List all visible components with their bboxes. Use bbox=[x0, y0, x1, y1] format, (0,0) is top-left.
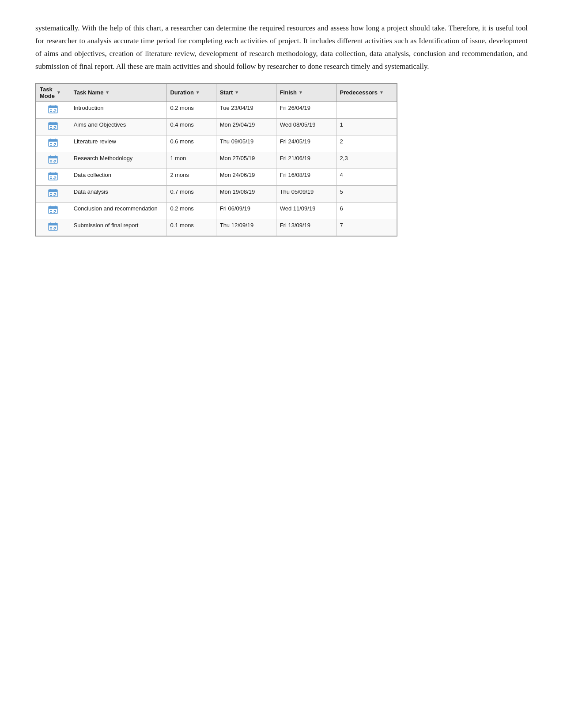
task-mode-icon bbox=[48, 172, 58, 181]
cell-duration: 0.6 mons bbox=[166, 135, 216, 152]
th-task-mode-sort-icon[interactable]: ▼ bbox=[57, 90, 61, 95]
cell-task-name: Submission of final report bbox=[70, 219, 166, 236]
th-predecessors[interactable]: Predecessors ▼ bbox=[336, 83, 397, 101]
cell-task-mode bbox=[36, 101, 70, 118]
svg-rect-36 bbox=[49, 190, 57, 192]
cell-task-mode bbox=[36, 219, 70, 236]
th-task-name-sort-icon[interactable]: ▼ bbox=[105, 90, 110, 95]
svg-rect-50 bbox=[49, 223, 57, 225]
svg-rect-8 bbox=[49, 123, 57, 125]
table-row: Data collection2 monsMon 24/06/19Fri 16/… bbox=[36, 169, 397, 185]
cell-finish: Fri 13/09/19 bbox=[276, 219, 336, 236]
cell-start: Thu 09/05/19 bbox=[216, 135, 276, 152]
svg-rect-32 bbox=[50, 176, 52, 177]
svg-rect-5 bbox=[50, 111, 52, 112]
cell-duration: 1 mon bbox=[166, 152, 216, 169]
svg-rect-54 bbox=[50, 229, 52, 229]
th-start[interactable]: Start ▼ bbox=[216, 83, 276, 101]
task-mode-icon bbox=[48, 222, 58, 232]
gantt-table: TaskMode ▼ Task Name ▼ Duration ▼ bbox=[36, 83, 397, 236]
th-task-name[interactable]: Task Name ▼ bbox=[70, 83, 166, 101]
table-row: Literature review0.6 monsThu 09/05/19Fri… bbox=[36, 135, 397, 152]
cell-task-name: Data analysis bbox=[70, 185, 166, 202]
cell-duration: 0.4 mons bbox=[166, 118, 216, 135]
th-duration-sort-icon[interactable]: ▼ bbox=[196, 90, 200, 95]
cell-task-mode bbox=[36, 152, 70, 169]
svg-rect-18 bbox=[50, 143, 52, 144]
svg-rect-39 bbox=[50, 193, 52, 194]
task-mode-icon bbox=[48, 121, 58, 131]
svg-rect-33 bbox=[50, 178, 52, 179]
th-finish-label: Finish bbox=[280, 89, 297, 96]
cell-task-name: Conclusion and recommendation bbox=[70, 202, 166, 219]
cell-finish: Wed 08/05/19 bbox=[276, 118, 336, 135]
th-task-mode[interactable]: TaskMode ▼ bbox=[36, 83, 70, 101]
th-duration-label: Duration bbox=[170, 89, 193, 96]
table-row: Submission of final report0.1 monsThu 12… bbox=[36, 219, 397, 236]
svg-rect-1 bbox=[49, 106, 57, 108]
cell-task-mode bbox=[36, 118, 70, 135]
cell-predecessors: 6 bbox=[336, 202, 397, 219]
cell-task-name: Introduction bbox=[70, 101, 166, 118]
cell-start: Mon 24/06/19 bbox=[216, 169, 276, 185]
cell-finish: Fri 26/04/19 bbox=[276, 101, 336, 118]
cell-duration: 0.1 mons bbox=[166, 219, 216, 236]
table-row: Aims and Objectives0.4 monsMon 29/04/19W… bbox=[36, 118, 397, 135]
cell-finish: Fri 21/06/19 bbox=[276, 152, 336, 169]
cell-task-name: Literature review bbox=[70, 135, 166, 152]
cell-finish: Thu 05/09/19 bbox=[276, 185, 336, 202]
th-finish-sort-icon[interactable]: ▼ bbox=[299, 90, 303, 95]
cell-predecessors: 5 bbox=[336, 185, 397, 202]
task-mode-icon bbox=[48, 105, 58, 114]
table-row: Data analysis0.7 monsMon 19/08/19Thu 05/… bbox=[36, 185, 397, 202]
cell-task-name: Aims and Objectives bbox=[70, 118, 166, 135]
cell-duration: 2 mons bbox=[166, 169, 216, 185]
svg-rect-15 bbox=[49, 139, 57, 142]
task-mode-icon bbox=[48, 205, 58, 215]
intro-paragraph: systematically. With the help of this ch… bbox=[35, 22, 528, 73]
th-start-label: Start bbox=[220, 89, 233, 96]
svg-rect-46 bbox=[50, 210, 52, 211]
th-duration[interactable]: Duration ▼ bbox=[166, 83, 216, 101]
cell-start: Thu 12/09/19 bbox=[216, 219, 276, 236]
cell-task-mode bbox=[36, 202, 70, 219]
svg-rect-25 bbox=[50, 160, 52, 161]
cell-task-mode bbox=[36, 169, 70, 185]
svg-rect-22 bbox=[49, 156, 57, 158]
cell-predecessors: 2 bbox=[336, 135, 397, 152]
svg-rect-11 bbox=[50, 126, 52, 127]
cell-start: Tue 23/04/19 bbox=[216, 101, 276, 118]
cell-duration: 0.7 mons bbox=[166, 185, 216, 202]
task-mode-icon bbox=[48, 138, 58, 148]
cell-duration: 0.2 mons bbox=[166, 101, 216, 118]
svg-rect-53 bbox=[50, 227, 52, 228]
cell-task-mode bbox=[36, 135, 70, 152]
cell-finish: Wed 11/09/19 bbox=[276, 202, 336, 219]
th-task-name-label: Task Name bbox=[74, 89, 104, 96]
svg-rect-40 bbox=[50, 195, 52, 196]
cell-predecessors: 1 bbox=[336, 118, 397, 135]
th-finish[interactable]: Finish ▼ bbox=[276, 83, 336, 101]
cell-start: Mon 19/08/19 bbox=[216, 185, 276, 202]
table-header-row: TaskMode ▼ Task Name ▼ Duration ▼ bbox=[36, 83, 397, 101]
table-row: Introduction0.2 monsTue 23/04/19Fri 26/0… bbox=[36, 101, 397, 118]
cell-predecessors: 4 bbox=[336, 169, 397, 185]
th-start-sort-icon[interactable]: ▼ bbox=[234, 90, 239, 95]
svg-rect-29 bbox=[49, 173, 57, 175]
cell-start: Mon 27/05/19 bbox=[216, 152, 276, 169]
svg-rect-19 bbox=[50, 145, 52, 146]
svg-rect-4 bbox=[50, 109, 52, 110]
cell-task-name: Data collection bbox=[70, 169, 166, 185]
cell-start: Mon 29/04/19 bbox=[216, 118, 276, 135]
svg-rect-12 bbox=[50, 128, 52, 129]
th-predecessors-sort-icon[interactable]: ▼ bbox=[379, 90, 384, 95]
svg-rect-47 bbox=[50, 212, 52, 213]
cell-predecessors: 2,3 bbox=[336, 152, 397, 169]
cell-start: Fri 06/09/19 bbox=[216, 202, 276, 219]
table-row: Research Methodology1 monMon 27/05/19Fri… bbox=[36, 152, 397, 169]
cell-finish: Fri 16/08/19 bbox=[276, 169, 336, 185]
cell-predecessors bbox=[336, 101, 397, 118]
cell-finish: Fri 24/05/19 bbox=[276, 135, 336, 152]
cell-duration: 0.2 mons bbox=[166, 202, 216, 219]
svg-rect-43 bbox=[49, 206, 57, 209]
